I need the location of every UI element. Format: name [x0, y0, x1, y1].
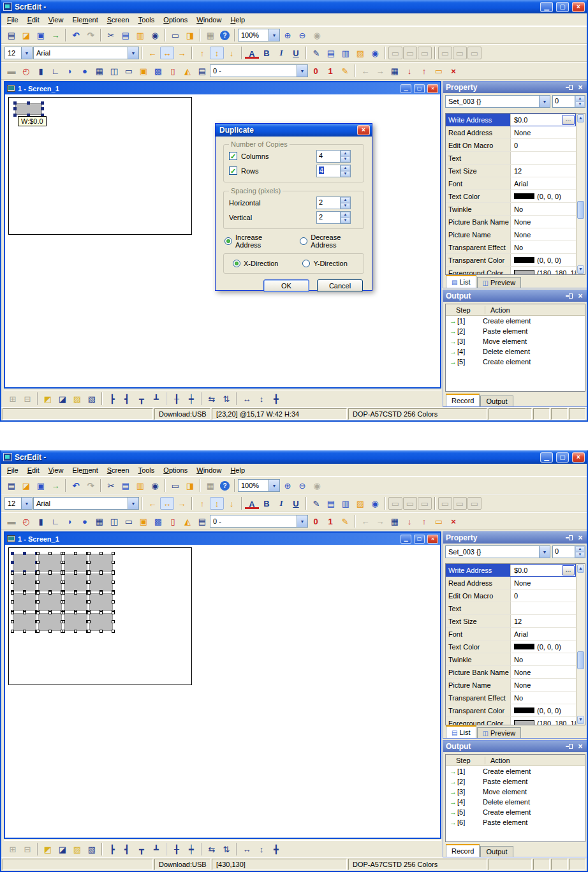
grid-element[interactable] — [13, 613, 36, 631]
selection-handle[interactable] — [36, 572, 40, 575]
center-element-icon[interactable]: ◉ — [368, 47, 382, 59]
center-vertical-icon[interactable]: ┿ — [184, 843, 198, 855]
same-height-icon[interactable]: ↕ — [254, 843, 268, 855]
export-icon[interactable]: → — [48, 479, 62, 492]
state-combo-arrow[interactable] — [297, 65, 307, 77]
scroll-up-icon[interactable] — [577, 114, 584, 122]
redo-icon[interactable]: ↷ — [84, 479, 98, 492]
size-button-6[interactable]: ▭ — [467, 497, 481, 510]
download-all-icon[interactable]: ↑ — [417, 515, 431, 528]
selection-handle[interactable] — [48, 591, 52, 595]
zoom-out-icon[interactable]: ⊖ — [295, 29, 309, 41]
property-row[interactable]: TwinkleNo — [446, 653, 576, 666]
selection-handle[interactable] — [36, 561, 40, 564]
open-icon[interactable]: ◪ — [19, 29, 33, 41]
download-screen-icon[interactable]: ↓ — [402, 64, 416, 77]
space-down-icon[interactable]: ⇅ — [219, 843, 233, 855]
selection-handle[interactable] — [87, 591, 91, 595]
scroll-down-icon[interactable] — [577, 716, 584, 724]
title-bar[interactable]: ScrEdit - ▁ ▢ × — [1, 450, 587, 464]
spin-down-icon[interactable] — [341, 171, 350, 177]
object-combo[interactable]: Set_003 {} — [445, 545, 550, 558]
selection-handle[interactable] — [23, 591, 26, 595]
size-button-4[interactable]: ▭ — [438, 497, 452, 510]
spin-up-icon[interactable] — [341, 197, 350, 203]
one-state-icon[interactable]: 1 — [323, 64, 337, 77]
zoom-combo[interactable]: 100% — [238, 479, 280, 492]
state-combo-arrow[interactable] — [297, 515, 307, 527]
same-width-icon[interactable]: ↔ — [240, 843, 254, 855]
bold-icon[interactable]: B — [260, 497, 274, 510]
property-row[interactable]: Picture NameNone — [446, 228, 576, 241]
selection-handle[interactable] — [11, 572, 14, 575]
align-top-text-icon[interactable]: ↑ — [195, 47, 209, 59]
help-icon[interactable]: ? — [220, 31, 230, 40]
align-right-text-icon[interactable]: → — [175, 497, 189, 510]
selection-handle[interactable] — [36, 630, 40, 633]
align-middle-text-icon[interactable]: ↕ — [210, 497, 224, 510]
property-row[interactable]: Transparent EffectNo — [446, 241, 576, 254]
property-row[interactable]: Edit On Macro0 — [446, 139, 576, 152]
selection-handle[interactable] — [11, 611, 14, 614]
bring-to-front-icon[interactable]: ◩ — [41, 392, 55, 405]
download-all-icon[interactable]: ↑ — [417, 64, 431, 77]
underline-icon[interactable]: U — [289, 47, 303, 59]
grid-element[interactable] — [38, 574, 62, 591]
italic-icon[interactable]: I — [274, 497, 288, 510]
rotate-icon[interactable]: ▨ — [353, 497, 367, 510]
selection-handle[interactable] — [36, 552, 40, 555]
spin-up-icon[interactable] — [575, 96, 585, 101]
zoom-combo-arrow[interactable] — [268, 29, 279, 41]
message-board-tool[interactable]: ◫ — [107, 515, 121, 528]
save-icon[interactable]: ▣ — [34, 479, 48, 492]
selection-handle[interactable] — [11, 561, 14, 564]
property-row[interactable]: Write Address$0.0... — [446, 564, 576, 577]
send-backward-icon[interactable]: ▧ — [85, 843, 99, 855]
find-icon[interactable]: ◉ — [148, 29, 162, 41]
align-center-text-icon[interactable]: ↔ — [160, 47, 174, 59]
property-row[interactable]: Text — [446, 152, 576, 165]
selection-handle[interactable] — [36, 600, 40, 604]
font-name-combo-arrow[interactable] — [128, 498, 138, 509]
cut-icon[interactable]: ✂ — [104, 29, 118, 41]
menu-options[interactable]: Options — [159, 465, 192, 475]
screen-close-button[interactable]: × — [427, 84, 438, 93]
spin-down-icon[interactable] — [575, 101, 585, 107]
font-name-combo[interactable]: Arial — [33, 497, 139, 510]
selection-handle[interactable] — [23, 552, 26, 555]
selection-handle[interactable] — [11, 600, 14, 604]
screen-close-button[interactable]: × — [427, 535, 438, 544]
minimize-button[interactable]: ▁ — [540, 2, 553, 12]
draw-line-icon[interactable]: ✎ — [309, 497, 323, 510]
center-horizontal-icon[interactable]: ╂ — [170, 392, 184, 405]
selection-handle[interactable] — [87, 611, 91, 614]
export-icon[interactable]: → — [48, 29, 62, 41]
group-icon[interactable]: ⊞ — [6, 843, 20, 855]
selection-handle[interactable] — [87, 561, 91, 564]
pin-icon[interactable] — [566, 535, 574, 541]
state-edit-icon[interactable]: ✎ — [338, 515, 352, 528]
align-left-text-icon[interactable]: ← — [145, 47, 159, 59]
monitor-tool[interactable]: ▩ — [151, 64, 165, 77]
grid-element[interactable] — [89, 574, 113, 591]
alarm-tool[interactable]: ▯ — [166, 515, 180, 528]
same-height-icon[interactable]: ↕ — [254, 392, 268, 405]
slider-tool[interactable]: ▭ — [122, 515, 136, 528]
grid-element[interactable] — [64, 613, 87, 631]
size-button-3[interactable]: ▭ — [418, 47, 432, 59]
state-combo[interactable]: 0 - — [210, 64, 308, 77]
selection-handle[interactable] — [62, 581, 65, 584]
output-close-icon[interactable]: × — [576, 742, 585, 751]
output-row[interactable]: →[1]Create element — [446, 316, 585, 326]
increase-address-option[interactable]: Increase Address — [224, 233, 284, 249]
selection-handle[interactable] — [11, 591, 14, 595]
increase-address-radio[interactable] — [224, 237, 232, 245]
pin-icon[interactable] — [566, 84, 574, 91]
next-icon[interactable]: → — [373, 515, 387, 528]
grid-element[interactable] — [13, 574, 36, 591]
download-screen-icon[interactable]: ↓ — [402, 515, 416, 528]
zero-state-icon[interactable]: 0 — [309, 515, 323, 528]
tab-list[interactable]: ▤List — [446, 275, 476, 288]
horizontal-spinner[interactable]: 2 — [316, 196, 351, 209]
undo-icon[interactable]: ↶ — [69, 29, 83, 41]
